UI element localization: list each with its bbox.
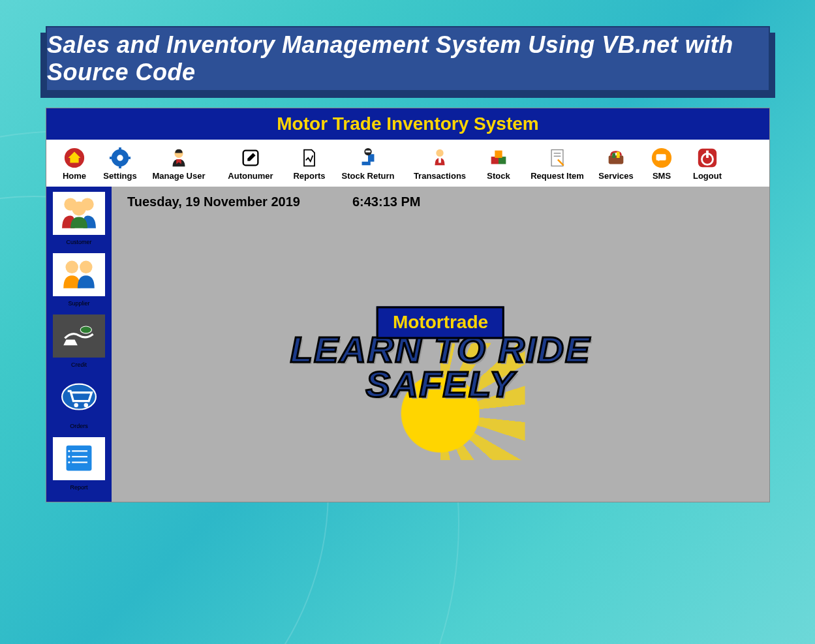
stock-return-label: Stock Return (342, 171, 395, 181)
svg-rect-34 (67, 446, 92, 471)
svg-rect-18 (609, 155, 624, 164)
sidebar-supplier-button[interactable] (52, 252, 106, 298)
return-icon (356, 146, 380, 170)
stock-return-button[interactable]: Stock Return (332, 145, 404, 182)
page-banner: Sales and Inventory Management System Us… (46, 26, 770, 91)
stock-label: Stock (487, 171, 510, 181)
svg-rect-3 (119, 147, 121, 151)
sms-icon (650, 146, 673, 170)
svg-rect-19 (612, 153, 615, 158)
sidebar-orders-label: Orders (70, 423, 88, 429)
home-button[interactable]: Home (52, 145, 97, 182)
request-item-label: Request Item (531, 171, 584, 181)
stock-icon (487, 146, 510, 170)
svg-point-2 (117, 155, 123, 161)
main-panel: Tuesday, 19 November 2019 6:43:13 PM Mot… (112, 187, 769, 502)
reports-button[interactable]: Reports (286, 145, 332, 182)
logout-button[interactable]: Logout (684, 145, 730, 182)
svg-point-32 (74, 403, 78, 407)
svg-point-30 (80, 326, 91, 333)
manage-user-label: Manage User (153, 171, 206, 181)
svg-point-27 (72, 202, 86, 216)
home-label: Home (63, 171, 86, 181)
settings-button[interactable]: Settings (97, 145, 143, 182)
svg-point-29 (80, 261, 92, 273)
customer-icon (56, 194, 102, 232)
request-item-button[interactable]: Request Item (521, 145, 593, 182)
autonumber-button[interactable]: Autonumer (215, 145, 286, 182)
svg-point-33 (84, 403, 88, 407)
banner-title: Sales and Inventory Management System Us… (47, 31, 769, 86)
credit-icon (56, 317, 102, 355)
home-icon (63, 146, 86, 170)
sidebar-credit-button[interactable] (52, 313, 106, 359)
stock-button[interactable]: Stock (476, 145, 521, 182)
report-icon (298, 146, 321, 170)
svg-point-39 (68, 455, 70, 457)
logout-label: Logout (693, 171, 722, 181)
transactions-button[interactable]: Transactions (404, 145, 476, 182)
svg-rect-14 (495, 150, 502, 157)
svg-rect-4 (119, 164, 121, 168)
svg-rect-6 (127, 157, 131, 159)
app-window: Motor Trade Inventory System Home Settin… (46, 108, 770, 502)
cart-icon (56, 378, 102, 416)
user-icon (167, 146, 191, 170)
left-sidebar: Customer Supplier Credit Orders (46, 187, 112, 502)
svg-rect-24 (706, 150, 709, 157)
transaction-icon (428, 146, 452, 170)
edit-icon (239, 146, 262, 170)
sidebar-customer-label: Customer (66, 239, 91, 245)
sidebar-report-button[interactable] (52, 436, 106, 482)
logout-icon (696, 146, 719, 170)
logo-brand: Motortrade (377, 306, 504, 339)
request-icon (546, 146, 569, 170)
svg-rect-5 (110, 157, 114, 159)
logo-line2: SAFELY (290, 367, 591, 401)
svg-point-40 (68, 461, 70, 463)
sms-button[interactable]: SMS (639, 145, 684, 182)
transactions-label: Transactions (414, 171, 466, 181)
status-row: Tuesday, 19 November 2019 6:43:13 PM (127, 194, 754, 209)
motortrade-logo: Motortrade LEARN TO RIDE SAFELY (290, 306, 591, 401)
svg-point-11 (436, 149, 443, 156)
svg-rect-20 (617, 151, 620, 157)
services-label: Services (598, 171, 634, 181)
reports-label: Reports (293, 171, 325, 181)
current-date: Tuesday, 19 November 2019 (127, 194, 300, 209)
services-icon (604, 146, 628, 170)
sidebar-supplier-label: Supplier (68, 300, 89, 307)
services-button[interactable]: Services (593, 145, 639, 182)
content-area: Customer Supplier Credit Orders (46, 187, 769, 502)
svg-rect-10 (365, 150, 371, 152)
settings-label: Settings (103, 171, 136, 181)
current-time: 6:43:13 PM (352, 194, 421, 209)
sidebar-report-label: Report (70, 484, 87, 491)
sms-label: SMS (653, 171, 671, 181)
supplier-icon (56, 256, 102, 294)
sidebar-customer-button[interactable] (52, 191, 106, 236)
sidebar-credit-label: Credit (71, 361, 87, 368)
autonumber-label: Autonumer (228, 171, 273, 181)
app-title-bar: Motor Trade Inventory System (46, 108, 769, 140)
list-icon (56, 440, 102, 478)
gear-icon (108, 146, 132, 170)
manage-user-button[interactable]: Manage User (143, 145, 215, 182)
svg-point-28 (65, 261, 78, 273)
svg-point-38 (68, 450, 70, 452)
app-title: Motor Trade Inventory System (277, 114, 538, 134)
sidebar-orders-button[interactable] (52, 375, 106, 420)
main-toolbar: Home Settings Manage User Autonumer Repo (46, 140, 769, 187)
